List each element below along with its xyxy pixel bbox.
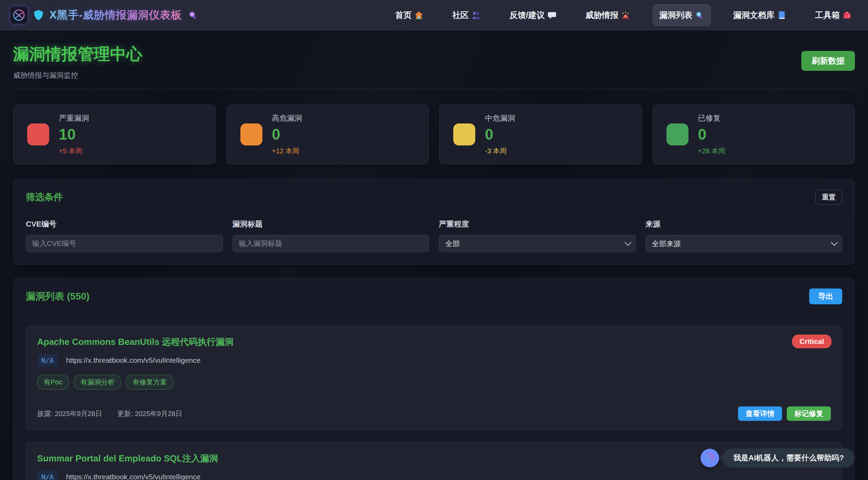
search-icon — [188, 10, 198, 20]
vuln-tag: 有漏洞分析 — [74, 375, 121, 390]
stat-card-medium: 中危漏洞 0 -3 本周 — [439, 105, 642, 164]
nav-items: 首页 社区 反馈/建议 威胁情报 漏洞列表 — [389, 4, 858, 26]
severity-select[interactable]: 全部 — [439, 235, 636, 252]
vuln-title[interactable]: Apache Commons BeanUtils 远程代码执行漏洞 — [37, 336, 831, 348]
view-details-button[interactable]: 查看详情 — [738, 406, 782, 421]
speech-icon — [547, 11, 556, 20]
stat-cards: 严重漏洞 10 +5 本周 高危漏洞 0 +12 本周 中危漏洞 0 -3 本周 — [13, 105, 855, 164]
stat-value: 0 — [272, 126, 302, 143]
stat-label: 中危漏洞 — [485, 113, 515, 123]
stat-value: 0 — [485, 126, 515, 143]
stat-value: 0 — [698, 126, 725, 143]
x-emblem-icon — [11, 8, 26, 23]
brand-title: X黑手-威胁情报漏洞仪表板 — [50, 8, 182, 22]
stat-card-critical: 严重漏洞 10 +5 本周 — [13, 105, 216, 164]
nav-item-label: 反馈/建议 — [509, 10, 545, 21]
nav-item-label: 工具箱 — [815, 10, 840, 21]
nav-item-community[interactable]: 社区 — [446, 5, 487, 25]
nav-item-label: 社区 — [452, 10, 469, 21]
critical-stat-icon — [27, 123, 49, 145]
stat-card-high: 高危漏洞 0 +12 本周 — [226, 105, 429, 164]
mark-fixed-button[interactable]: 标记修复 — [787, 406, 831, 421]
reset-button[interactable]: 重置 — [815, 189, 842, 205]
users-icon — [471, 11, 480, 20]
nav-item-vuln-list[interactable]: 漏洞列表 — [653, 4, 710, 26]
stat-delta: +28 本周 — [698, 146, 725, 156]
chat-bubble: 我是AI机器人，需要什么帮助吗? — [723, 448, 854, 468]
severity-field-label: 严重程度 — [439, 219, 636, 229]
refresh-button[interactable]: 刷新数据 — [801, 51, 855, 71]
vuln-url: https://x.threatbook.com/v5/vulIntellige… — [66, 356, 200, 364]
disclosed-date: 披露: 2025年9月28日 — [37, 409, 102, 418]
source-select[interactable]: 全部来源 — [645, 235, 843, 252]
filter-field-cve: CVE编号 — [26, 219, 223, 252]
source-field-label: 来源 — [645, 219, 843, 229]
navbar: X黑手-威胁情报漏洞仪表板 首页 社区 反馈/建议 威胁情报 — [0, 0, 868, 30]
chat-message: 我是AI机器人，需要什么帮助吗? — [734, 453, 844, 463]
divider — [26, 313, 842, 314]
medium-stat-icon — [453, 123, 475, 145]
chat-widget: 我是AI机器人，需要什么帮助吗? — [701, 448, 854, 468]
vuln-card: Critical Apache Commons BeanUtils 远程代码执行… — [26, 325, 842, 430]
nav-item-label: 威胁情报 — [585, 10, 618, 21]
high-stat-icon — [240, 123, 262, 145]
robot-icon — [704, 452, 716, 464]
stat-delta: -3 本周 — [485, 146, 515, 156]
cve-badge: N/A — [37, 354, 58, 367]
nav-item-label: 首页 — [395, 10, 412, 21]
siren-icon — [621, 11, 630, 20]
vuln-list-title: 漏洞列表 (550) — [26, 290, 89, 303]
magnifier-icon — [695, 11, 704, 20]
fixed-stat-icon — [666, 123, 688, 145]
page-subtitle: 威胁情报与漏洞监控 — [13, 70, 142, 80]
nav-item-label: 漏洞文档库 — [733, 10, 774, 21]
cve-field-label: CVE编号 — [26, 219, 223, 229]
filter-panel: 筛选条件 重置 CVE编号 漏洞标题 严重程度 全部 来源 — [13, 179, 855, 265]
chat-avatar[interactable] — [701, 449, 719, 467]
stat-delta: +5 本周 — [59, 146, 89, 156]
nav-item-label: 漏洞列表 — [659, 10, 692, 21]
brand[interactable]: X黑手-威胁情报漏洞仪表板 — [10, 7, 198, 24]
shield-icon — [34, 10, 43, 21]
nav-item-home[interactable]: 首页 — [389, 5, 430, 25]
severity-badge: Critical — [792, 335, 832, 348]
toolbox-icon — [843, 11, 851, 20]
page-content: 漏洞情报管理中心 威胁情报与漏洞监控 刷新数据 严重漏洞 10 +5 本周 高危… — [0, 30, 868, 480]
nav-item-toolbox[interactable]: 工具箱 — [809, 5, 858, 25]
cve-input[interactable] — [26, 235, 223, 252]
export-button[interactable]: 导出 — [809, 288, 842, 304]
nav-item-doc-library[interactable]: 漏洞文档库 — [727, 5, 792, 25]
filter-field-source: 来源 全部来源 — [645, 219, 843, 252]
title-field-label: 漏洞标题 — [232, 219, 430, 229]
stat-label: 高危漏洞 — [272, 113, 302, 123]
filter-field-severity: 严重程度 全部 — [439, 219, 636, 252]
book-icon — [777, 11, 786, 20]
app-logo[interactable] — [10, 7, 28, 24]
vuln-tag: 有修复方案 — [126, 375, 173, 390]
filter-title: 筛选条件 — [26, 191, 63, 203]
nav-item-feedback[interactable]: 反馈/建议 — [503, 5, 563, 25]
vuln-url: https://x.threatbook.com/v5/vulIntellige… — [66, 473, 200, 480]
vuln-title-input[interactable] — [232, 235, 430, 252]
stat-label: 已修复 — [698, 113, 725, 123]
filter-field-title: 漏洞标题 — [232, 219, 430, 252]
stat-card-fixed: 已修复 0 +28 本周 — [652, 105, 855, 164]
page-header: 漏洞情报管理中心 威胁情报与漏洞监控 刷新数据 — [13, 30, 855, 89]
vuln-tag: 有Poc — [37, 375, 69, 390]
stat-label: 严重漏洞 — [59, 113, 89, 123]
home-icon — [414, 11, 423, 20]
updated-date: 更新: 2025年9月28日 — [117, 409, 182, 418]
nav-item-threat-intel[interactable]: 威胁情报 — [579, 5, 636, 25]
page-title: 漏洞情报管理中心 — [13, 43, 142, 65]
stat-value: 10 — [59, 126, 89, 143]
cve-badge: N/A — [37, 471, 58, 480]
stat-delta: +12 本周 — [272, 146, 302, 156]
